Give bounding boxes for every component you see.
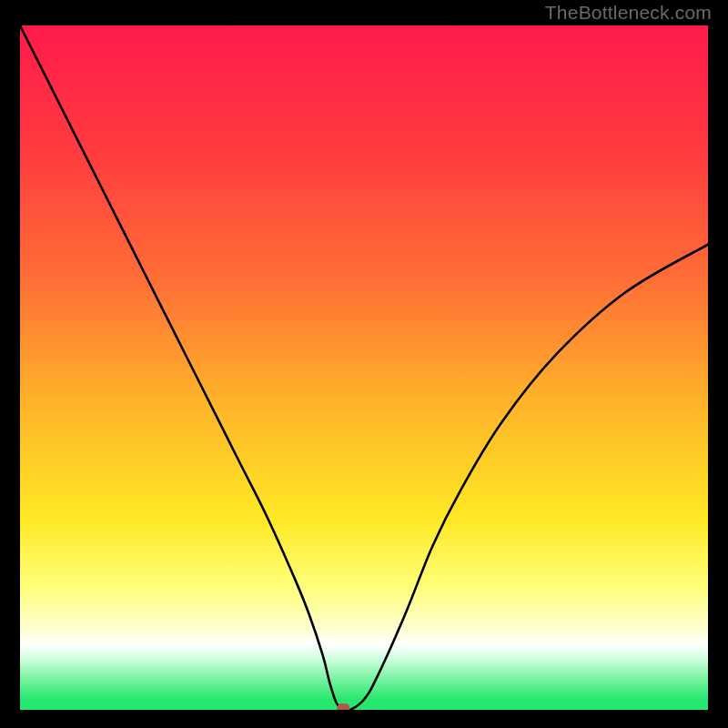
chart-svg [20,25,708,710]
plot-area [20,25,708,710]
watermark-text: TheBottleneck.com [545,2,712,24]
chart-frame: TheBottleneck.com [0,0,728,728]
svg-rect-1 [337,703,349,710]
svg-rect-0 [20,25,708,710]
